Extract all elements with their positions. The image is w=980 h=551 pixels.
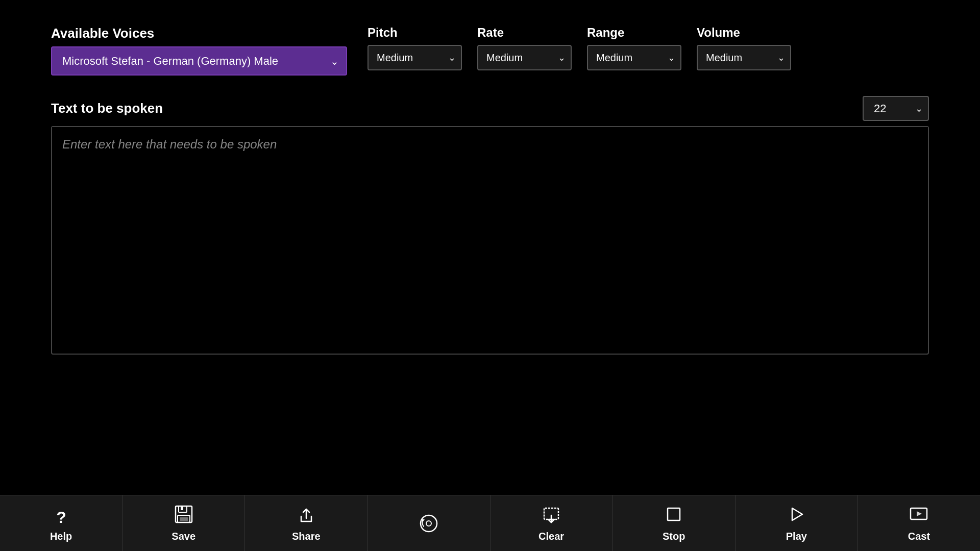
svg-text:?: ? <box>56 508 66 524</box>
font-size-select[interactable]: 12 14 16 18 20 22 24 26 28 32 36 48 <box>863 96 929 121</box>
stop-label: Stop <box>663 531 685 542</box>
range-label: Range <box>587 26 681 40</box>
svg-point-8 <box>426 521 431 526</box>
share-button[interactable]: Share <box>245 495 368 551</box>
clear-label: Clear <box>538 531 564 542</box>
svg-rect-3 <box>181 506 183 510</box>
stop-button[interactable]: Stop <box>613 495 736 551</box>
save-label: Save <box>172 531 195 542</box>
pitch-select[interactable]: Low Medium High <box>368 45 462 70</box>
share-icon <box>296 504 316 528</box>
cast-label: Cast <box>908 531 930 542</box>
play-label: Play <box>786 531 807 542</box>
svg-marker-15 <box>917 511 922 516</box>
record-button[interactable] <box>368 495 490 551</box>
text-area-container <box>51 126 929 355</box>
svg-point-7 <box>421 515 437 532</box>
clear-button[interactable]: Clear <box>491 495 613 551</box>
toolbar: ? Help Save Share <box>0 495 980 551</box>
cast-button[interactable]: Cast <box>858 495 980 551</box>
rate-label: Rate <box>477 26 572 40</box>
play-button[interactable]: Play <box>736 495 858 551</box>
pitch-label: Pitch <box>368 26 462 40</box>
help-label: Help <box>50 531 72 542</box>
svg-rect-12 <box>668 508 680 520</box>
play-icon <box>786 504 806 528</box>
text-input[interactable] <box>52 127 928 352</box>
svg-rect-5 <box>180 517 188 521</box>
help-icon: ? <box>51 504 71 528</box>
record-icon <box>419 513 439 534</box>
cast-icon <box>909 504 929 528</box>
voices-select[interactable]: Microsoft Stefan - German (Germany) Male… <box>51 46 347 76</box>
available-voices-label: Available Voices <box>51 26 347 41</box>
text-spoken-label: Text to be spoken <box>51 101 163 116</box>
stop-icon <box>664 504 684 528</box>
volume-label: Volume <box>697 26 791 40</box>
clear-icon <box>541 504 561 528</box>
rate-select[interactable]: Slow Medium Fast <box>477 45 572 70</box>
save-icon <box>174 504 194 528</box>
volume-select[interactable]: Low Medium High <box>697 45 791 70</box>
svg-marker-13 <box>792 508 802 520</box>
share-label: Share <box>292 531 321 542</box>
range-select[interactable]: Low Medium High <box>587 45 681 70</box>
help-button[interactable]: ? Help <box>0 495 122 551</box>
save-button[interactable]: Save <box>122 495 245 551</box>
